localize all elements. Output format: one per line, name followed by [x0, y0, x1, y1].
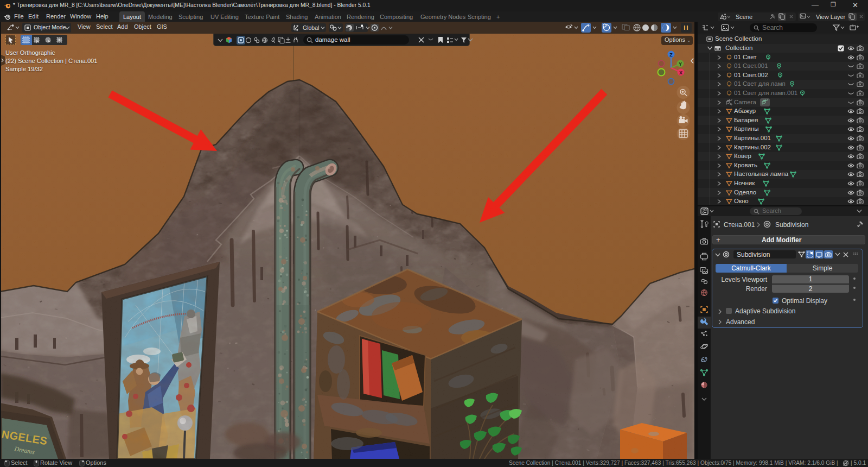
svg-text:Global: Global	[303, 24, 319, 31]
svg-text:X: X	[679, 70, 682, 75]
svg-text:View Layer: View Layer	[816, 14, 846, 20]
svg-text:Y: Y	[679, 61, 682, 67]
svg-text:Z: Z	[669, 52, 673, 58]
svg-text:Scene: Scene	[736, 14, 752, 20]
